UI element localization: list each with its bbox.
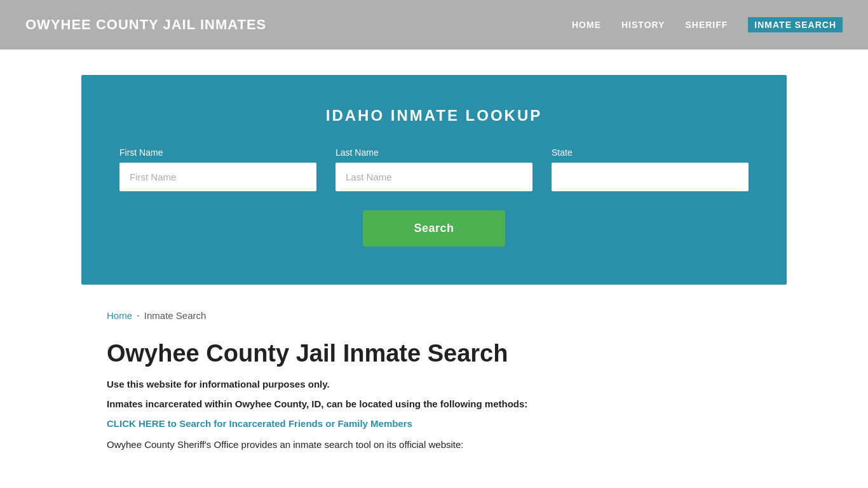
search-button-wrap: Search [119, 210, 749, 247]
page-heading: Owyhee County Jail Inmate Search [107, 340, 761, 367]
state-input[interactable]: Idaho [552, 163, 749, 191]
nav-inmate-search[interactable]: INMATE SEARCH [748, 17, 843, 32]
content-section: Owyhee County Jail Inmate Search Use thi… [81, 340, 787, 450]
site-header: OWYHEE COUNTY JAIL INMATES HOME HISTORY … [0, 0, 868, 50]
search-form-row: First Name Last Name State Idaho [119, 147, 749, 191]
search-button[interactable]: Search [363, 210, 505, 247]
description-1: Use this website for informational purpo… [107, 379, 761, 390]
last-name-label: Last Name [336, 147, 532, 158]
first-name-label: First Name [119, 147, 316, 158]
nav-history[interactable]: HISTORY [621, 20, 665, 30]
first-name-input[interactable] [119, 163, 316, 191]
nav-sheriff[interactable]: SHERIFF [685, 20, 728, 30]
last-name-group: Last Name [336, 147, 532, 191]
click-here-link[interactable]: CLICK HERE to Search for Incarcerated Fr… [107, 418, 761, 429]
description-3: Owyhee County Sheriff's Office provides … [107, 439, 761, 450]
lookup-title: IDAHO INMATE LOOKUP [119, 107, 749, 125]
last-name-input[interactable] [336, 163, 532, 191]
description-2: Inmates incarcerated within Owyhee Count… [107, 398, 761, 409]
breadcrumb-section: Home • Inmate Search [81, 310, 787, 321]
breadcrumb-current: Inmate Search [144, 310, 207, 321]
inmate-lookup-section: IDAHO INMATE LOOKUP First Name Last Name… [81, 75, 787, 285]
state-label: State [552, 147, 749, 158]
breadcrumb-separator: • [137, 313, 139, 318]
state-group: State Idaho [552, 147, 749, 191]
first-name-group: First Name [119, 147, 316, 191]
breadcrumb-home[interactable]: Home [107, 310, 132, 321]
nav-home[interactable]: HOME [572, 20, 601, 30]
site-title: OWYHEE COUNTY JAIL INMATES [25, 17, 266, 33]
breadcrumb: Home • Inmate Search [107, 310, 761, 321]
main-nav: HOME HISTORY SHERIFF INMATE SEARCH [572, 17, 843, 32]
